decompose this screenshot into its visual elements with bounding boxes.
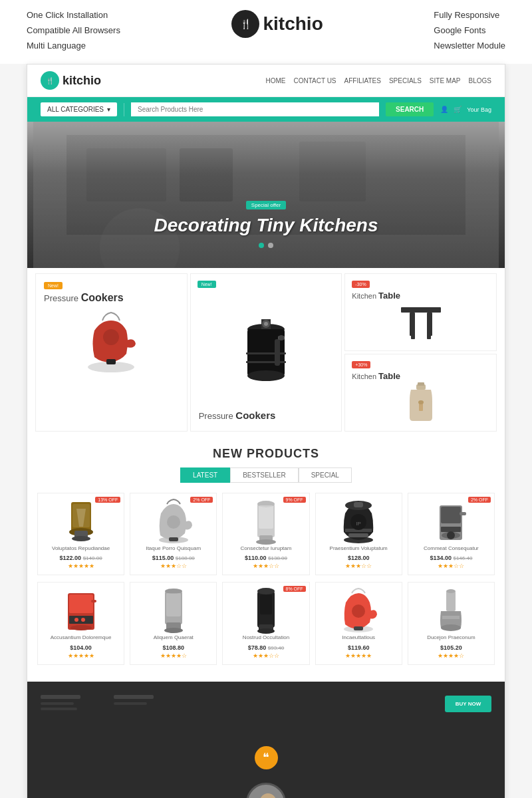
svg-point-32	[418, 400, 424, 404]
search-input[interactable]	[131, 102, 379, 116]
product-stars-10: ★★★★☆	[414, 652, 489, 659]
new-products-section: NEW PRODUCTS LATEST BESTSELLER SPECIAL 1…	[27, 437, 505, 682]
table-image-top	[398, 301, 444, 344]
product-box-title-table-top: Kitchen Table	[352, 291, 400, 301]
svg-rect-6	[86, 148, 166, 201]
product-card-4[interactable]: IP Praesentium Voluptatum $128.00 ★★★☆☆	[315, 493, 402, 575]
svg-point-81	[441, 624, 461, 631]
product-image-5	[428, 499, 474, 545]
tab-bestseller[interactable]: BESTSELLER	[230, 467, 298, 483]
hero-title: Decorating Tiny Kitchens	[27, 215, 505, 236]
tab-latest[interactable]: LATEST	[180, 467, 230, 483]
product-stars-5: ★★★☆☆	[414, 563, 489, 569]
svg-rect-16	[411, 332, 415, 339]
product-name-1: Voluptatos Repudiandae	[43, 545, 118, 552]
category-select[interactable]: ALL CATEGORIES ▾	[41, 102, 117, 116]
user-icon[interactable]: 👤	[440, 106, 448, 113]
hero-dot-2[interactable]	[268, 243, 273, 248]
site-footer: BUY NOW	[27, 682, 505, 726]
product-name-9: Incaeuttatlous	[321, 634, 396, 641]
feature-fonts: Google Fonts	[434, 25, 505, 35]
search-bar: ALL CATEGORIES ▾ SEARCH 👤 🛒 Your Bag	[27, 97, 505, 122]
nav-sitemap[interactable]: SITE MAP	[430, 77, 461, 84]
product-card-3[interactable]: 9% OFF Consectetur Iuruptam $110.00 $138…	[222, 493, 309, 575]
svg-point-20	[247, 370, 285, 381]
site-header: 🍴 kitchio HOME CONTACT US AFFILIATES SPE…	[27, 65, 505, 97]
product-card-2[interactable]: 2% OFF Itaque Porro Quisquam $115.00 $18…	[130, 493, 217, 575]
buy-now-label: BUY NOW	[456, 701, 481, 707]
svg-rect-79	[446, 591, 456, 611]
svg-rect-8	[299, 142, 366, 201]
product-name-2: Itaque Porro Quisquam	[136, 545, 211, 552]
discount-badge-30: -30%	[352, 281, 369, 288]
svg-rect-54	[441, 507, 461, 523]
footer-col-1	[41, 695, 94, 713]
testimonial-content: ❝	[37, 736, 495, 798]
svg-point-23	[264, 322, 268, 326]
footer-line	[41, 695, 80, 699]
site-mockup: 🍴 kitchio HOME CONTACT US AFFILIATES SPE…	[27, 64, 505, 798]
product-image-8	[243, 588, 289, 634]
quote-icon: ❝	[255, 746, 278, 769]
product-card-6[interactable]: Accusantium Doloremque $104.00 ★★★★★	[37, 582, 124, 664]
nav-blogs[interactable]: BLOGS	[469, 77, 491, 84]
product-stars-7: ★★★★☆	[136, 652, 211, 659]
header-icons: 👤 🛒 Your Bag	[440, 106, 491, 113]
category-label: ALL CATEGORIES	[47, 106, 104, 113]
product-box-title-right: Pressure Cookers	[199, 410, 276, 421]
footer-line5	[114, 702, 147, 705]
avatar-image	[248, 785, 286, 798]
kettle-image	[81, 311, 141, 377]
svg-rect-15	[427, 313, 432, 336]
svg-rect-12	[106, 359, 116, 364]
products-row-2: Accusantium Doloremque $104.00 ★★★★★ Ali…	[37, 582, 495, 664]
buy-now-btn[interactable]: BUY NOW	[445, 696, 491, 712]
nav-contact[interactable]: CONTACT US	[293, 77, 336, 84]
svg-text:🍴: 🍴	[46, 76, 55, 85]
product-box-table-bottom[interactable]: +30% Kitchen Table	[344, 354, 497, 432]
product-card-1[interactable]: 13% OFF Voluptatos Repudiandae $122.00 $…	[37, 493, 124, 575]
svg-rect-78	[354, 626, 363, 630]
product-tabs: LATEST BESTSELLER SPECIAL	[37, 467, 495, 483]
product-card-7[interactable]: Aliquem Quaerat $108.80 ★★★★☆	[130, 582, 217, 664]
cart-icon[interactable]: 🛒	[454, 106, 462, 113]
product-card-9[interactable]: Incaeuttatlous $119.60 ★★★★★	[315, 582, 402, 664]
nav-affiliates[interactable]: AFFILIATES	[344, 77, 381, 84]
hero-banner: Special offer Decorating Tiny Kitchens	[27, 122, 505, 268]
svg-text:IP: IP	[356, 521, 361, 527]
svg-point-83	[260, 793, 276, 798]
product-stars-2: ★★★☆☆	[136, 563, 211, 569]
top-logo: 🍴 kitchio	[231, 10, 323, 38]
feature-one-click: One Click Installation	[27, 10, 120, 20]
svg-rect-30	[418, 382, 424, 386]
product-image-2	[150, 499, 197, 545]
hero-dot-1[interactable]	[259, 243, 264, 248]
discount-badge-p8: 8% OFF	[283, 586, 306, 592]
footer-columns	[41, 695, 167, 713]
svg-point-39	[167, 515, 180, 529]
footer-line4	[114, 695, 154, 699]
product-stars-3: ★★★☆☆	[228, 563, 303, 569]
product-image-1	[58, 499, 104, 545]
nav-home[interactable]: HOME	[265, 77, 285, 84]
product-card-8[interactable]: 8% OFF Nostrud Occultation $78.80 $93.40…	[222, 582, 309, 664]
svg-point-36	[72, 536, 90, 541]
product-box-pressure-cooker-right[interactable]: New! Pressure Cookers	[190, 273, 342, 432]
tab-special[interactable]: SPECIAL	[299, 467, 352, 483]
discount-badge-p1: 13% OFF	[95, 497, 120, 503]
product-image-3	[243, 499, 289, 545]
svg-rect-17	[427, 332, 431, 339]
site-logo[interactable]: 🍴 kitchio	[41, 71, 101, 90]
hero-dots	[27, 243, 505, 248]
product-card-5[interactable]: 2% OFF Commeat Consequatur $134.00 $146.…	[408, 493, 495, 575]
svg-point-58	[447, 531, 455, 539]
new-badge-green: New!	[198, 281, 216, 288]
product-card-10[interactable]: Ducejon Praeconum $105.20 ★★★★☆	[408, 582, 495, 664]
top-feature-bar: One Click Installation Compatible All Br…	[0, 0, 532, 64]
bottle-image	[404, 381, 438, 424]
product-box-table-top[interactable]: -30% Kitchen Table	[344, 273, 497, 351]
product-box-pressure-cooker-left[interactable]: New! Pressure Cookers	[35, 273, 188, 432]
search-button[interactable]: SEARCH	[386, 102, 434, 116]
product-box-title-left: Pressure Cookers	[44, 292, 124, 304]
nav-specials[interactable]: SPECIALS	[389, 77, 422, 84]
